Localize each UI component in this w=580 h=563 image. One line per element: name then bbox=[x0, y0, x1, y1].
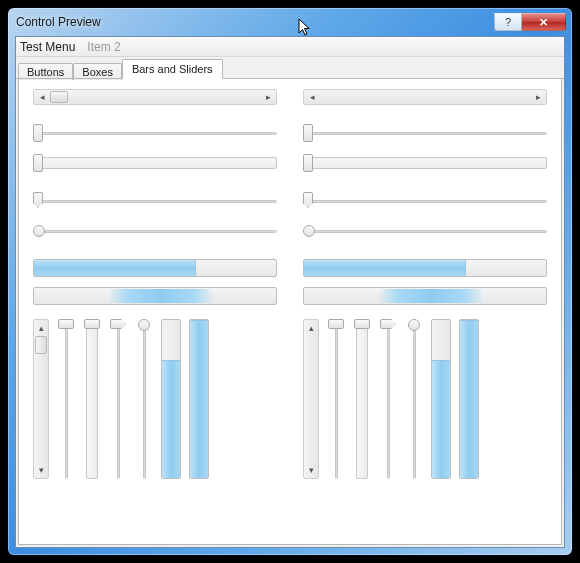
tab-boxes[interactable]: Boxes bbox=[73, 63, 122, 80]
progress-determinate-right bbox=[303, 259, 547, 277]
tab-strip: Buttons Boxes Bars and Sliders bbox=[16, 57, 564, 79]
tab-page: ◂ ▸ bbox=[18, 79, 562, 545]
hslider-track-left[interactable] bbox=[33, 153, 277, 173]
vslider-track-right[interactable] bbox=[353, 319, 371, 479]
vprogress-b-right bbox=[459, 319, 479, 479]
slider-knob[interactable] bbox=[33, 154, 43, 172]
slider-knob[interactable] bbox=[33, 124, 43, 142]
scroll-track[interactable] bbox=[50, 90, 260, 104]
scroll-down-icon[interactable]: ▾ bbox=[304, 462, 318, 478]
vprogress-a-right bbox=[431, 319, 451, 479]
hscrollbar-right[interactable]: ◂ ▸ bbox=[303, 89, 547, 105]
progress-fill bbox=[304, 260, 466, 276]
scroll-left-icon[interactable]: ◂ bbox=[34, 90, 50, 104]
slider-knob[interactable] bbox=[303, 192, 313, 208]
hslider-track-right[interactable] bbox=[303, 153, 547, 173]
vscrollbar-left[interactable]: ▴ ▾ bbox=[33, 319, 49, 479]
client-area: Test Menu Item 2 Buttons Boxes Bars and … bbox=[15, 36, 565, 548]
vslider-track-left[interactable] bbox=[83, 319, 101, 479]
scroll-down-icon[interactable]: ▾ bbox=[34, 462, 48, 478]
vslider-round-left[interactable] bbox=[135, 319, 153, 479]
right-column: ◂ ▸ bbox=[303, 89, 547, 536]
vslider-plain-right[interactable] bbox=[327, 319, 345, 479]
scroll-thumb[interactable] bbox=[35, 336, 47, 354]
help-button[interactable]: ? bbox=[494, 13, 522, 31]
slider-knob[interactable] bbox=[33, 225, 45, 237]
slider-knob[interactable] bbox=[303, 124, 313, 142]
vslider-round-right[interactable] bbox=[405, 319, 423, 479]
hslider-pointed-right[interactable] bbox=[303, 191, 547, 211]
hslider-plain-right[interactable] bbox=[303, 123, 547, 143]
vslider-pointed-right[interactable] bbox=[379, 319, 397, 479]
scroll-track[interactable] bbox=[34, 336, 48, 462]
menu-test[interactable]: Test Menu bbox=[20, 40, 75, 54]
progress-fill bbox=[162, 360, 180, 479]
scroll-right-icon[interactable]: ▸ bbox=[260, 90, 276, 104]
window-title: Control Preview bbox=[16, 15, 494, 29]
hscrollbar-left[interactable]: ◂ ▸ bbox=[33, 89, 277, 105]
progress-marquee-left bbox=[33, 287, 277, 305]
slider-knob[interactable] bbox=[110, 319, 126, 329]
slider-knob[interactable] bbox=[380, 319, 396, 329]
marquee-chunk bbox=[107, 289, 216, 303]
vertical-row-right: ▴ ▾ bbox=[303, 319, 547, 479]
scroll-track[interactable] bbox=[320, 90, 530, 104]
hslider-pointed-left[interactable] bbox=[33, 191, 277, 211]
marquee-chunk bbox=[377, 289, 486, 303]
scroll-up-icon[interactable]: ▴ bbox=[304, 320, 318, 336]
titlebar[interactable]: Control Preview ? ✕ bbox=[8, 8, 572, 36]
progress-fill bbox=[460, 320, 478, 478]
scroll-left-icon[interactable]: ◂ bbox=[304, 90, 320, 104]
slider-knob[interactable] bbox=[303, 225, 315, 237]
vprogress-b-left bbox=[189, 319, 209, 479]
slider-knob[interactable] bbox=[303, 154, 313, 172]
close-icon: ✕ bbox=[539, 16, 548, 29]
vslider-plain-left[interactable] bbox=[57, 319, 75, 479]
close-button[interactable]: ✕ bbox=[522, 13, 566, 31]
scroll-thumb[interactable] bbox=[50, 91, 68, 103]
window-frame: Control Preview ? ✕ Test Menu Item 2 But… bbox=[8, 8, 572, 555]
hslider-round-right[interactable] bbox=[303, 221, 547, 241]
scroll-up-icon[interactable]: ▴ bbox=[34, 320, 48, 336]
slider-knob[interactable] bbox=[354, 319, 370, 329]
tab-buttons[interactable]: Buttons bbox=[18, 63, 73, 80]
slider-knob[interactable] bbox=[328, 319, 344, 329]
vscrollbar-right[interactable]: ▴ ▾ bbox=[303, 319, 319, 479]
progress-fill bbox=[34, 260, 196, 276]
slider-knob[interactable] bbox=[84, 319, 100, 329]
left-column: ◂ ▸ bbox=[33, 89, 277, 536]
menubar: Test Menu Item 2 bbox=[16, 37, 564, 57]
slider-knob[interactable] bbox=[408, 319, 420, 331]
hslider-plain-left[interactable] bbox=[33, 123, 277, 143]
progress-marquee-right bbox=[303, 287, 547, 305]
scroll-track[interactable] bbox=[304, 336, 318, 462]
slider-knob[interactable] bbox=[33, 192, 43, 208]
progress-fill bbox=[432, 360, 450, 479]
slider-knob[interactable] bbox=[138, 319, 150, 331]
menu-item2: Item 2 bbox=[87, 40, 120, 54]
scroll-right-icon[interactable]: ▸ bbox=[530, 90, 546, 104]
vslider-pointed-left[interactable] bbox=[109, 319, 127, 479]
help-icon: ? bbox=[505, 16, 511, 28]
hslider-round-left[interactable] bbox=[33, 221, 277, 241]
progress-determinate-left bbox=[33, 259, 277, 277]
tab-bars-sliders[interactable]: Bars and Sliders bbox=[122, 59, 223, 79]
vertical-row-left: ▴ ▾ bbox=[33, 319, 277, 479]
progress-fill bbox=[190, 320, 208, 478]
slider-knob[interactable] bbox=[58, 319, 74, 329]
vprogress-a-left bbox=[161, 319, 181, 479]
